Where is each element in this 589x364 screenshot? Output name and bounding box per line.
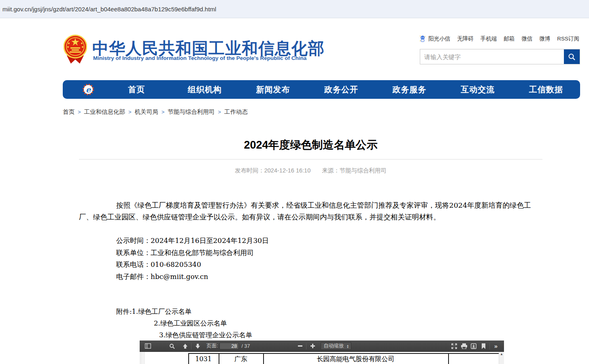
quick-link-accessibility[interactable]: 无障碍 bbox=[457, 35, 474, 43]
info-line-publicity-period: 公示时间：2024年12月16日至2024年12月30日 bbox=[116, 235, 269, 247]
zoom-in-icon[interactable] bbox=[308, 342, 317, 351]
pdf-toolbar-left: 页面: / 37 bbox=[143, 342, 250, 351]
download-icon[interactable] bbox=[469, 342, 478, 351]
breadcrumb-miit[interactable]: 工业和信息化部 bbox=[84, 108, 125, 116]
attachment-green-park[interactable]: 2.绿色工业园区公示名单 bbox=[116, 317, 252, 329]
bookmark-icon[interactable] bbox=[478, 342, 488, 351]
pdf-left-margin bbox=[140, 352, 145, 364]
attachment-green-factory[interactable]: 附件:1.绿色工厂公示名单 bbox=[116, 306, 252, 317]
pdf-table-cell-number: 1031 bbox=[188, 355, 219, 363]
nav-item-home[interactable]: 首页 bbox=[102, 80, 171, 99]
quick-link-mobile[interactable]: 手机端 bbox=[481, 35, 497, 43]
breadcrumb-work-updates[interactable]: 工作动态 bbox=[224, 108, 248, 116]
url-text[interactable]: miit.gov.cn/jgsj/jns/gzdt/art/2024/art_b… bbox=[2, 6, 216, 13]
search-icon bbox=[568, 53, 576, 61]
presentation-mode-icon[interactable] bbox=[449, 342, 459, 351]
next-page-icon[interactable] bbox=[193, 342, 202, 351]
nav-item-interaction[interactable]: 互动交流 bbox=[444, 80, 512, 99]
page-total: / 37 bbox=[241, 343, 250, 349]
nav-item-data[interactable]: 工信数据 bbox=[512, 80, 580, 99]
zoom-out-icon[interactable] bbox=[295, 342, 305, 351]
pdf-scrollbar[interactable]: ▲ bbox=[499, 352, 504, 364]
attachment-list: 附件:1.绿色工厂公示名单 2.绿色工业园区公示名单 3.绿色供应链管理企业公示… bbox=[116, 306, 252, 341]
search-box bbox=[420, 49, 580, 64]
toolbar-divider bbox=[306, 343, 306, 349]
page-label: 页面: bbox=[206, 343, 218, 349]
breadcrumb-separator: > bbox=[128, 109, 132, 115]
print-icon[interactable] bbox=[459, 342, 469, 351]
national-emblem-icon bbox=[64, 34, 87, 64]
quick-link-wechat[interactable]: 微信 bbox=[521, 35, 532, 43]
browser-url-bar[interactable]: miit.gov.cn/jgsj/jns/gzdt/art/2024/art_b… bbox=[0, 0, 589, 18]
toolbar-divider bbox=[191, 343, 191, 349]
pdf-table-cell-company: 长园高能电气股份有限公司 bbox=[263, 355, 448, 364]
search-button[interactable] bbox=[564, 49, 580, 64]
pdf-toolbar-right: » bbox=[449, 342, 501, 351]
quick-link-rss[interactable]: RSS订阅 bbox=[557, 35, 579, 43]
page: miit.gov.cn/jgsj/jns/gzdt/art/2024/art_b… bbox=[0, 0, 589, 364]
pdf-toolbar-middle: 自动缩放 ▴▾ bbox=[295, 342, 351, 351]
zoom-scale-value: 自动缩放 bbox=[323, 343, 344, 349]
nav-item-organization[interactable]: 组织机构 bbox=[171, 80, 239, 99]
title-divider bbox=[79, 159, 542, 160]
page-number-input[interactable] bbox=[219, 343, 239, 349]
main-nav: e 首页 组织机构 新闻发布 政务公开 政务服务 互动交流 工信数据 bbox=[63, 80, 580, 99]
quick-link-mail[interactable]: 邮箱 bbox=[504, 35, 515, 43]
scroll-up-icon[interactable]: ▲ bbox=[499, 352, 504, 357]
breadcrumb-separator: > bbox=[162, 109, 165, 115]
info-line-contact-email: 电子邮件：hbc@miit.gov.cn bbox=[116, 271, 269, 283]
breadcrumb: 首页 > 工业和信息化部 > 机关司局 > 节能与综合利用司 > 工作动态 bbox=[63, 108, 248, 116]
select-arrows-icon: ▴▾ bbox=[347, 344, 349, 348]
pdf-viewer: 页面: / 37 自动缩放 ▴▾ bbox=[140, 341, 504, 364]
sidebar-toggle-icon[interactable] bbox=[143, 342, 153, 351]
quick-link-weibo[interactable]: 微博 bbox=[539, 35, 550, 43]
robot-icon bbox=[419, 35, 426, 43]
site-subtitle: Ministry of Industry and Information Tec… bbox=[93, 55, 306, 61]
svg-text:e: e bbox=[86, 85, 91, 94]
article-paragraph: 按照《绿色工厂梯度培育及管理暂行办法》有关要求，经省级工业和信息化主管部门推荐及… bbox=[79, 200, 541, 223]
breadcrumb-energy-dept[interactable]: 节能与综合利用司 bbox=[168, 108, 215, 116]
article-title: 2024年度绿色制造名单公示 bbox=[79, 138, 542, 152]
pdf-toolbar: 页面: / 37 自动缩放 ▴▾ bbox=[140, 341, 504, 352]
article-info-lines: 公示时间：2024年12月16日至2024年12月30日 联系单位：工业和信息化… bbox=[116, 235, 269, 283]
nav-item-news[interactable]: 新闻发布 bbox=[239, 80, 307, 99]
info-line-contact-unit: 联系单位：工业和信息化部节能与综合利用司 bbox=[116, 247, 269, 259]
nav-items: 首页 组织机构 新闻发布 政务公开 政务服务 互动交流 工信数据 bbox=[102, 80, 580, 99]
article-source: 来源：节能与综合利用司 bbox=[322, 167, 387, 174]
publish-time: 发布时间：2024-12-16 16:10 bbox=[235, 167, 310, 174]
more-tools-icon[interactable]: » bbox=[491, 342, 501, 351]
miit-logo-icon: e bbox=[82, 83, 94, 96]
breadcrumb-separator: > bbox=[78, 109, 81, 115]
quick-link-yangguangxiaoxin[interactable]: 阳光小信 bbox=[428, 35, 450, 43]
toolbar-divider bbox=[489, 343, 490, 349]
previous-page-icon[interactable] bbox=[180, 342, 190, 351]
search-input[interactable] bbox=[420, 49, 564, 64]
breadcrumb-separator: > bbox=[218, 109, 221, 115]
pdf-table-cell-province: 广东 bbox=[219, 355, 263, 364]
breadcrumb-home[interactable]: 首页 bbox=[63, 108, 74, 116]
quick-links: 阳光小信 无障碍 手机端 邮箱 微信 微博 RSS订阅 bbox=[419, 35, 579, 43]
info-line-contact-phone: 联系电话：010-68205340 bbox=[116, 259, 269, 271]
pdf-table-border bbox=[448, 353, 449, 364]
pdf-table-border bbox=[188, 353, 499, 354]
attachment-green-supply-chain[interactable]: 3.绿色供应链管理企业公示名单 bbox=[116, 329, 252, 341]
zoom-scale-select[interactable]: 自动缩放 ▴▾ bbox=[321, 342, 351, 350]
nav-item-gov-services[interactable]: 政务服务 bbox=[375, 80, 444, 99]
find-icon[interactable] bbox=[167, 342, 177, 351]
nav-item-gov-disclosure[interactable]: 政务公开 bbox=[307, 80, 376, 99]
breadcrumb-departments[interactable]: 机关司局 bbox=[135, 108, 158, 116]
article-meta: 发布时间：2024-12-16 16:10 来源：节能与综合利用司 bbox=[79, 167, 542, 175]
pdf-page-content: 1031 广东 长园高能电气股份有限公司 ▲ bbox=[140, 352, 504, 364]
